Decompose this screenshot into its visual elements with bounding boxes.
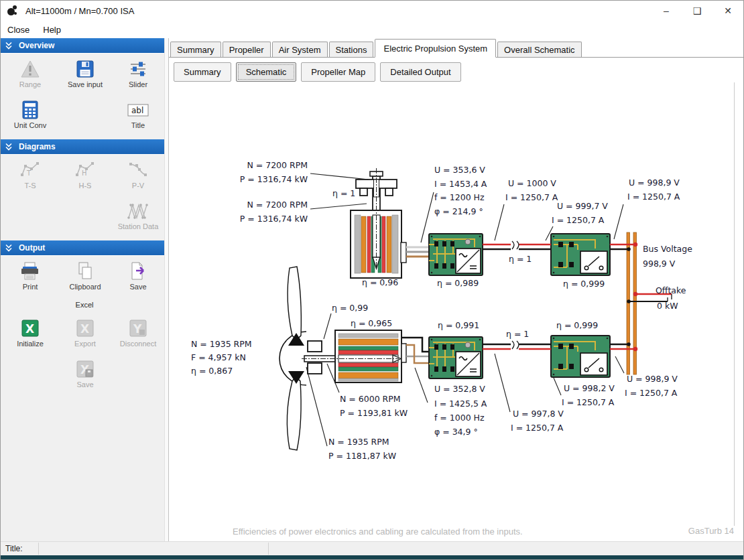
window-title: Alt=11000m / Mn=0.700 ISA bbox=[25, 6, 134, 16]
tab-stations[interactable]: Stations bbox=[329, 42, 374, 57]
sidebar-scrollbar[interactable] bbox=[164, 38, 168, 541]
section-title: Overview bbox=[19, 41, 54, 50]
converter-top bbox=[429, 234, 483, 275]
label-cable-bottom-i: I = 1250,7 A bbox=[511, 423, 564, 433]
hs-chart-icon: H bbox=[74, 159, 96, 181]
slider-icon bbox=[128, 58, 148, 80]
label-turbine-n2: N = 7200 RPM bbox=[247, 200, 308, 210]
label-switch-bottom-i-in: I = 1250,7 A bbox=[562, 397, 615, 407]
excel-group-label: Excel bbox=[58, 301, 111, 313]
sidebar-item-ts: T T-S bbox=[1, 156, 59, 197]
station-data-icon bbox=[127, 200, 149, 222]
sidebar: Overview Range Save input bbox=[1, 38, 169, 542]
floppy-icon bbox=[75, 58, 95, 80]
label-switch-top-i-in: I = 1250,7 A bbox=[552, 215, 605, 225]
icon-label: Print bbox=[23, 283, 38, 291]
sidebar-item-print[interactable]: Print bbox=[1, 257, 59, 298]
svg-text:X: X bbox=[80, 322, 89, 336]
empty-cell bbox=[111, 355, 165, 396]
titlebar: Alt=11000m / Mn=0.700 ISA – ❑ ✕ bbox=[1, 1, 743, 21]
tab-summary[interactable]: Summary bbox=[170, 42, 221, 57]
sidebar-item-pv: P-V bbox=[111, 156, 165, 197]
printer-icon bbox=[19, 261, 41, 282]
sidebar-item-save-excel: X Save bbox=[59, 355, 111, 396]
icon-label: H-S bbox=[79, 182, 92, 190]
tab-propeller[interactable]: Propeller bbox=[223, 42, 271, 57]
excel-save-icon: X bbox=[75, 358, 95, 380]
svg-text:H: H bbox=[82, 169, 87, 177]
sidebar-item-hs: H H-S bbox=[59, 156, 111, 197]
label-motor-p-high: P = 1193,81 kW bbox=[340, 408, 408, 418]
icon-label: Clipboard bbox=[69, 283, 101, 291]
icon-label: Initialize bbox=[17, 340, 44, 348]
minimize-button[interactable]: – bbox=[651, 1, 682, 21]
menu-help[interactable]: Help bbox=[36, 22, 68, 38]
label-switch-bottom-u-in: U = 998,2 V bbox=[564, 383, 615, 393]
sidebar-item-slider[interactable]: Slider bbox=[111, 55, 165, 96]
electric-propulsion-schematic: N = 7200 RPM P = 1316,74 kW N = 7200 RPM… bbox=[169, 82, 735, 530]
section-title: Diagrams bbox=[19, 142, 56, 151]
label-cable-top-i: I = 1250,7 A bbox=[505, 192, 558, 202]
tab-overall-schematic[interactable]: Overall Schematic bbox=[497, 42, 581, 57]
menu-close[interactable]: Close bbox=[1, 22, 36, 38]
subtab-schematic[interactable]: Schematic bbox=[236, 62, 297, 82]
sidebar-item-unit-conv[interactable]: Unit Conv bbox=[1, 96, 59, 137]
label-generator-f: f = 1200 Hz bbox=[434, 192, 485, 202]
label-motor-phi: φ = 34,9 ° bbox=[434, 427, 478, 437]
label-motor-n-high: N = 6000 RPM bbox=[340, 394, 401, 404]
label-motor-n-low: N = 1935 RPM bbox=[328, 437, 389, 447]
status-bar: Title: bbox=[1, 541, 743, 555]
label-converter-bottom-eta: η = 0,991 bbox=[438, 320, 479, 330]
sidebar-item-save-input[interactable]: Save input bbox=[59, 55, 111, 96]
empty-cell bbox=[59, 96, 111, 137]
label-switch-bottom-eta: η = 0,999 bbox=[556, 320, 598, 330]
main-area: Summary Propeller Air System Stations El… bbox=[169, 38, 743, 542]
app-window: Alt=11000m / Mn=0.700 ISA – ❑ ✕ Close He… bbox=[0, 0, 744, 560]
content-right-border bbox=[734, 82, 735, 526]
section-header-diagrams[interactable]: Diagrams bbox=[1, 139, 168, 155]
maximize-button[interactable]: ❑ bbox=[682, 1, 712, 21]
section-header-output[interactable]: Output bbox=[1, 240, 168, 256]
sidebar-item-range: Range bbox=[1, 55, 59, 96]
sidebar-item-initialize[interactable]: X Initialize bbox=[1, 314, 59, 355]
tab-air-system[interactable]: Air System bbox=[272, 42, 328, 57]
label-switch-top-i-out: I = 1250,7 A bbox=[627, 192, 680, 202]
section-header-overview[interactable]: Overview bbox=[1, 38, 168, 54]
label-generator-eta: η = 0,96 bbox=[362, 277, 398, 287]
sidebar-item-save-output[interactable]: Save bbox=[111, 257, 165, 298]
switch-bottom bbox=[551, 336, 610, 377]
subtab-propeller-map[interactable]: Propeller Map bbox=[301, 62, 375, 82]
app-logo-icon bbox=[7, 5, 19, 17]
status-title-label: Title: bbox=[1, 544, 38, 553]
calculator-icon bbox=[20, 99, 40, 121]
label-propeller-f: F = 4,957 kN bbox=[191, 352, 246, 362]
svg-text:abl: abl bbox=[131, 106, 143, 115]
tab-electric-propulsion-system[interactable]: Electric Propulsion System bbox=[375, 39, 496, 58]
label-offtake-value: 0 kW bbox=[657, 301, 678, 311]
excel-gray-icon: X bbox=[75, 318, 95, 339]
icon-label: Save bbox=[129, 283, 146, 291]
chevron-double-down-icon bbox=[5, 244, 13, 252]
label-bus-voltage: Bus Voltage bbox=[643, 244, 692, 254]
label-cable-bottom-u: U = 997,8 V bbox=[513, 409, 564, 419]
main-tabbar: Summary Propeller Air System Stations El… bbox=[169, 38, 743, 58]
label-switch-top-u-out: U = 998,9 V bbox=[629, 178, 680, 188]
label-generator-u: U = 353,6 V bbox=[434, 165, 485, 175]
copy-icon bbox=[75, 261, 95, 282]
chevron-double-down-icon bbox=[5, 143, 13, 151]
subtab-detailed-output[interactable]: Detailed Output bbox=[380, 62, 460, 82]
sidebar-item-clipboard[interactable]: Clipboard bbox=[59, 257, 111, 298]
label-motor-eta: η = 0,965 bbox=[351, 318, 392, 328]
textbox-icon: abl bbox=[127, 99, 149, 121]
icon-label: Disconnect bbox=[120, 340, 156, 348]
icon-label: Range bbox=[19, 80, 41, 88]
status-panel bbox=[38, 543, 268, 555]
menubar: Close Help bbox=[1, 21, 743, 38]
close-button[interactable]: ✕ bbox=[712, 1, 743, 21]
empty-cell bbox=[59, 197, 111, 238]
label-generator-phi: φ = 214,9 ° bbox=[434, 206, 483, 216]
sidebar-item-title[interactable]: abl Title bbox=[111, 96, 165, 137]
subtab-summary[interactable]: Summary bbox=[174, 62, 231, 82]
label-gearbox-eta: η = 0,99 bbox=[332, 303, 368, 313]
icon-label: P-V bbox=[132, 182, 144, 190]
